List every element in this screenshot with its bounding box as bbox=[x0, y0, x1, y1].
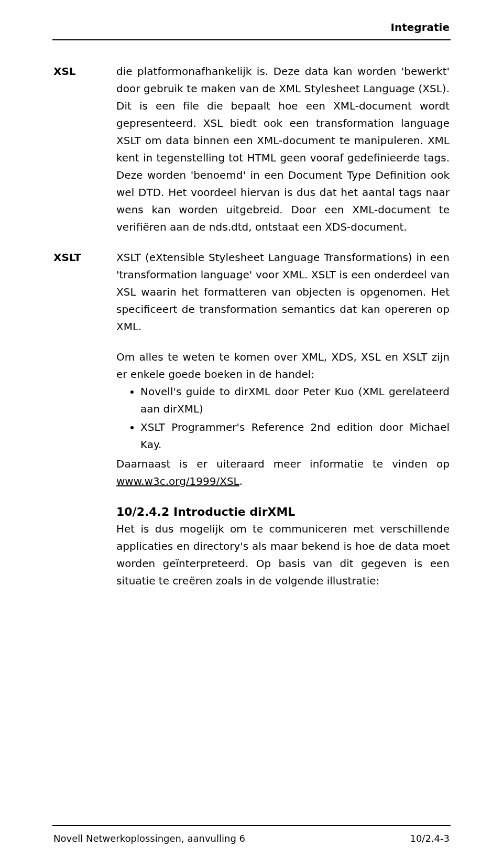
page-footer: Novell Netwerkoplossingen, aanvulling 6 … bbox=[53, 833, 450, 844]
paragraph-intro-dirxml: Het is dus mogelijk om te communiceren m… bbox=[116, 520, 450, 590]
list-item: Novell's guide to dirXML door Peter Kuo … bbox=[140, 383, 450, 418]
books-intro: Om alles te weten te komen over XML, XDS… bbox=[116, 349, 450, 383]
books-list: Novell's guide to dirXML door Peter Kuo … bbox=[116, 383, 450, 453]
page-content: XSL die platformonafhankelijk is. Deze d… bbox=[53, 63, 450, 603]
section-books: Om alles te weten te komen over XML, XDS… bbox=[53, 349, 450, 490]
footer-left: Novell Netwerkoplossingen, aanvulling 6 bbox=[53, 833, 245, 844]
heading-intro-dirxml: 10/2.4.2 Introductie dirXML bbox=[116, 503, 450, 520]
body-xsl: die platformonafhankelijk is. Deze data … bbox=[116, 63, 450, 236]
section-intro-dirxml: 10/2.4.2 Introductie dirXML Het is dus m… bbox=[53, 503, 450, 590]
section-xslt: XSLT XSLT (eXtensible Stylesheet Languag… bbox=[53, 249, 450, 335]
running-header: Integratie bbox=[391, 21, 450, 34]
body-xslt: XSLT (eXtensible Stylesheet Language Tra… bbox=[116, 249, 450, 335]
books-outro-pre: Daarnaast is er uiteraard meer informati… bbox=[116, 458, 450, 470]
section-xsl: XSL die platformonafhankelijk is. Deze d… bbox=[53, 63, 450, 236]
books-outro-post: . bbox=[239, 475, 243, 487]
body-intro-dirxml: 10/2.4.2 Introductie dirXML Het is dus m… bbox=[116, 503, 450, 590]
header-rule bbox=[52, 39, 451, 40]
books-outro: Daarnaast is er uiteraard meer informati… bbox=[116, 455, 450, 490]
books-link[interactable]: www.w3c.org/1999/XSL bbox=[116, 475, 239, 487]
paragraph-xslt: XSLT (eXtensible Stylesheet Language Tra… bbox=[116, 249, 450, 335]
margin-label-xsl: XSL bbox=[53, 63, 116, 80]
footer-rule bbox=[52, 825, 451, 826]
margin-label-xslt: XSLT bbox=[53, 249, 116, 266]
paragraph-xsl: die platformonafhankelijk is. Deze data … bbox=[116, 63, 450, 236]
list-item: XSLT Programmer's Reference 2nd edition … bbox=[140, 419, 450, 453]
body-books: Om alles te weten te komen over XML, XDS… bbox=[116, 349, 450, 490]
footer-right: 10/2.4-3 bbox=[410, 833, 450, 844]
